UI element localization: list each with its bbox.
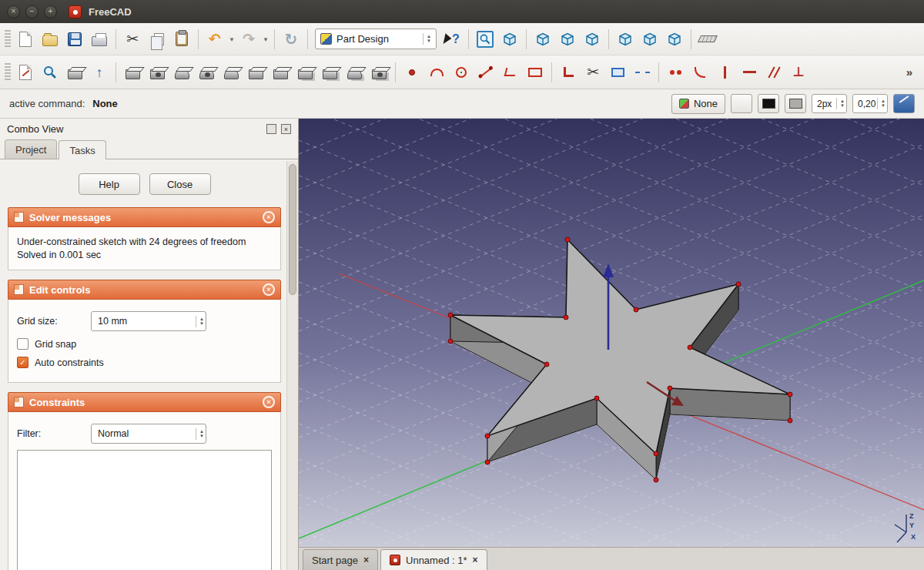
external-geometry-button[interactable]	[605, 60, 630, 85]
line-color-button[interactable]	[758, 94, 779, 113]
workbench-selector[interactable]: Part Design ▲▼	[315, 28, 437, 49]
draft-feature-button[interactable]	[268, 60, 293, 85]
tab-unnamed-document[interactable]: Unnamed : 1* ×	[380, 549, 487, 570]
line-width-arrows[interactable]: ▲▼	[836, 98, 846, 109]
create-arc-button[interactable]	[424, 60, 449, 85]
fit-all-button[interactable]	[473, 27, 497, 52]
float-panel-icon[interactable]	[266, 124, 276, 134]
toolbar-drag-handle[interactable]	[5, 30, 11, 49]
view-right-button[interactable]	[580, 27, 604, 52]
create-circle-button[interactable]	[449, 60, 474, 85]
solver-messages-header[interactable]: Solver messages ×	[8, 207, 281, 227]
line-width-spinbox[interactable]: 2px ▲▼	[812, 94, 847, 113]
constrain-perpendicular-button[interactable]: ⊥	[786, 60, 811, 85]
revolution-button[interactable]	[169, 60, 194, 85]
leave-sketch-button[interactable]: ↑	[87, 60, 112, 85]
help-button[interactable]: Help	[79, 173, 140, 195]
refresh-button[interactable]: ↻	[279, 27, 303, 52]
window-maximize-button[interactable]: +	[44, 5, 57, 18]
panel-scrollbar[interactable]	[286, 161, 298, 570]
toolbar-separator	[468, 29, 469, 49]
cut-button[interactable]: ✂	[120, 27, 145, 52]
new-document-button[interactable]	[13, 27, 38, 52]
redo-button[interactable]: ↷	[236, 27, 261, 52]
pad-button[interactable]	[120, 60, 145, 85]
view-bottom-button[interactable]	[638, 27, 662, 52]
text-scale-spinbox[interactable]: 0,20 ▲▼	[852, 94, 888, 113]
filter-select[interactable]: Normal ▲▼	[91, 424, 206, 444]
panel-scrollbar-thumb[interactable]	[289, 164, 296, 295]
snap-icon	[735, 99, 748, 109]
3d-viewport[interactable]: Z Y X	[299, 119, 924, 547]
close-tab-icon[interactable]: ×	[473, 555, 478, 565]
tab-project[interactable]: Project	[5, 139, 57, 159]
create-polyline-button[interactable]	[498, 60, 523, 85]
map-sketch-button[interactable]	[62, 60, 87, 85]
create-point-button[interactable]	[400, 60, 424, 85]
paste-button[interactable]	[169, 27, 194, 52]
toolbar-drag-handle[interactable]	[5, 63, 11, 82]
view-front-button[interactable]	[531, 27, 555, 52]
constrain-coincident-button[interactable]	[663, 60, 688, 85]
polar-pattern-button[interactable]	[342, 60, 367, 85]
close-panel-icon[interactable]: ×	[281, 124, 291, 134]
grid-size-select[interactable]: 10 mm ▲▼	[91, 311, 206, 331]
chamfer-button[interactable]	[243, 60, 268, 85]
undo-button[interactable]: ↶	[203, 27, 227, 52]
constrain-parallel-button[interactable]	[762, 60, 786, 85]
tab-tasks[interactable]: Tasks	[59, 140, 105, 159]
redo-dropdown-caret[interactable]: ▾	[261, 27, 270, 52]
autogroup-button[interactable]: None	[671, 94, 725, 114]
window-close-button[interactable]: ×	[7, 5, 20, 18]
mirrored-button[interactable]	[293, 60, 317, 85]
close-tab-icon[interactable]: ×	[363, 555, 369, 565]
tab-start-page[interactable]: Start page ×	[303, 549, 378, 570]
view-top-button[interactable]	[555, 27, 580, 52]
save-document-button[interactable]	[62, 27, 87, 52]
linear-pattern-button[interactable]	[317, 60, 342, 85]
print-button[interactable]	[87, 27, 112, 52]
toolbar-overflow-button[interactable]: »	[897, 60, 922, 85]
fillet-feature-button[interactable]	[219, 60, 243, 85]
scissors-icon: ✂	[126, 32, 139, 46]
workbench-icon	[320, 33, 332, 45]
face-color-button[interactable]	[785, 94, 806, 113]
construction-mode-toggle-button[interactable]	[893, 94, 915, 113]
whats-this-button[interactable]: ?	[440, 27, 464, 52]
groove-button[interactable]	[194, 60, 219, 85]
new-sketch-button[interactable]	[13, 60, 38, 85]
edit-controls-header[interactable]: Edit controls ×	[8, 280, 281, 300]
create-line-button[interactable]	[474, 60, 498, 85]
collapse-section-icon[interactable]: ×	[263, 396, 275, 408]
leave-sketch-arrow-icon: ↑	[96, 65, 103, 79]
copy-button[interactable]	[145, 27, 169, 52]
trim-edge-button[interactable]: ✂	[581, 60, 605, 85]
auto-constraints-checkbox[interactable]: ✓	[17, 357, 28, 368]
window-minimize-button[interactable]: −	[25, 5, 38, 18]
construction-mode-button[interactable]	[630, 60, 654, 85]
collapse-section-icon[interactable]: ×	[263, 283, 275, 296]
collapse-section-icon[interactable]: ×	[263, 211, 275, 223]
constraints-list[interactable]	[17, 450, 272, 570]
view-left-button[interactable]	[662, 27, 687, 52]
pocket-button[interactable]	[145, 60, 169, 85]
view-axonometric-button[interactable]	[497, 27, 522, 52]
combo-view-header: Combo View ×	[0, 119, 298, 139]
toggle-snap-button[interactable]	[731, 94, 752, 113]
constrain-lock-button[interactable]	[556, 60, 581, 85]
constrain-vertical-button[interactable]	[712, 60, 737, 85]
constraints-header[interactable]: Constraints ×	[8, 392, 281, 412]
grid-snap-checkbox[interactable]	[17, 338, 28, 350]
create-rectangle-button[interactable]	[523, 60, 547, 85]
edit-sketch-button[interactable]	[38, 60, 62, 85]
text-scale-arrows[interactable]: ▲▼	[877, 98, 887, 109]
measure-distance-button[interactable]	[695, 27, 720, 52]
view-rear-button[interactable]	[613, 27, 638, 52]
undo-dropdown-caret[interactable]: ▾	[227, 27, 236, 52]
create-fillet-button[interactable]	[688, 60, 712, 85]
multitransform-button[interactable]	[367, 60, 391, 85]
axis-z-label: Z	[909, 512, 914, 520]
close-button[interactable]: Close	[149, 173, 211, 195]
open-document-button[interactable]	[38, 27, 62, 52]
constrain-horizontal-button[interactable]	[737, 60, 762, 85]
